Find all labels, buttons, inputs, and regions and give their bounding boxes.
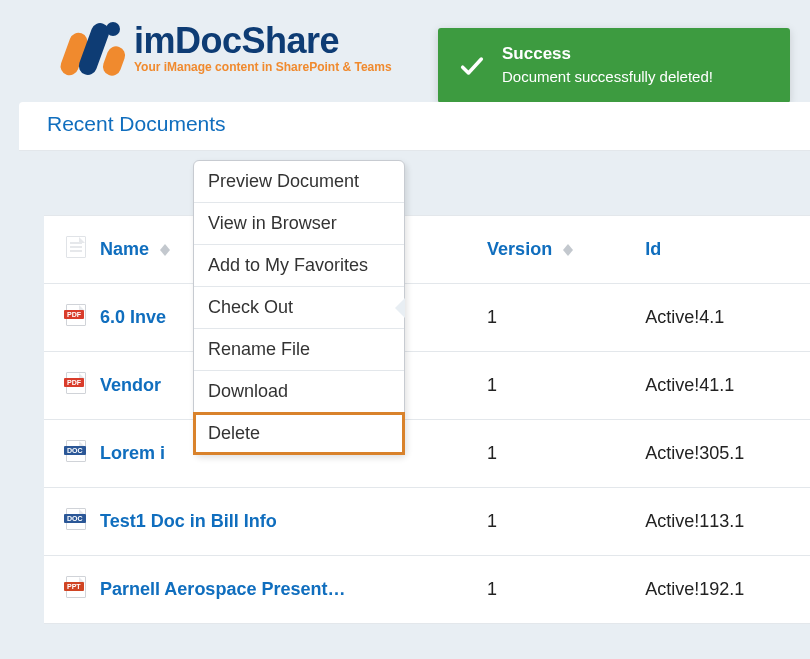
file-name-link[interactable]: Lorem i: [100, 443, 165, 463]
toast-message: Document successfully deleted!: [502, 68, 772, 85]
svg-marker-1: [160, 250, 170, 256]
file-type-cell: PPT: [44, 556, 88, 624]
table-row[interactable]: PPTParnell Aerospace Present…1Active!192…: [44, 556, 810, 624]
file-type-cell: PDF: [44, 352, 88, 420]
pdf-file-icon: PDF: [66, 304, 86, 326]
file-name-link[interactable]: 6.0 Inve: [100, 307, 166, 327]
table-row[interactable]: PDF6.0 Inve1Active!4.1: [44, 284, 810, 352]
file-name-cell: Test1 Doc in Bill Info: [88, 488, 475, 556]
file-version-cell: 1: [475, 488, 633, 556]
logo-tagline: Your iManage content in SharePoint & Tea…: [134, 61, 392, 73]
context-menu-item[interactable]: Preview Document: [194, 161, 404, 203]
success-toast: Success Document successfully deleted!: [438, 28, 790, 103]
table-row[interactable]: DOCTest1 Doc in Bill Info1Active!113.1: [44, 488, 810, 556]
column-header-id[interactable]: Id: [633, 216, 810, 284]
column-header-icon: [44, 216, 88, 284]
svg-marker-3: [563, 250, 573, 256]
file-id-cell: Active!192.1: [633, 556, 810, 624]
checkmark-icon: [458, 52, 486, 80]
pdf-file-icon: PDF: [66, 372, 86, 394]
section-header: Recent Documents: [19, 102, 810, 151]
documents-table: Name Version Id PDF6.0: [44, 215, 810, 624]
file-name-link[interactable]: Parnell Aerospace Present…: [100, 579, 345, 599]
file-id-cell: Active!41.1: [633, 352, 810, 420]
file-name-link[interactable]: Vendor: [100, 375, 161, 395]
doc-file-icon: DOC: [66, 440, 86, 462]
file-version-cell: 1: [475, 420, 633, 488]
file-name-link[interactable]: Test1 Doc in Bill Info: [100, 511, 277, 531]
toast-title: Success: [502, 44, 772, 64]
file-id-cell: Active!305.1: [633, 420, 810, 488]
file-type-cell: DOC: [44, 420, 88, 488]
table-row[interactable]: PDFVendor1Active!41.1: [44, 352, 810, 420]
file-version-cell: 1: [475, 284, 633, 352]
file-id-cell: Active!113.1: [633, 488, 810, 556]
context-menu-item[interactable]: Delete: [194, 413, 404, 454]
ppt-file-icon: PPT: [66, 576, 86, 598]
column-header-name-label: Name: [100, 239, 149, 259]
section-title: Recent Documents: [47, 112, 782, 136]
column-header-id-label: Id: [645, 239, 661, 259]
file-id-cell: Active!4.1: [633, 284, 810, 352]
context-menu-item[interactable]: View in Browser: [194, 203, 404, 245]
column-header-version-label: Version: [487, 239, 552, 259]
column-header-version[interactable]: Version: [475, 216, 633, 284]
context-menu-item[interactable]: Download: [194, 371, 404, 413]
logo-brand-text: imDocShare: [134, 23, 392, 59]
context-menu-item[interactable]: Add to My Favorites: [194, 245, 404, 287]
context-menu: Preview DocumentView in BrowserAdd to My…: [193, 160, 405, 455]
file-generic-icon: [66, 236, 86, 258]
file-name-cell: Parnell Aerospace Present…: [88, 556, 475, 624]
context-menu-item[interactable]: Check Out: [194, 287, 404, 329]
file-version-cell: 1: [475, 352, 633, 420]
logo-mark-icon: [52, 18, 124, 78]
doc-file-icon: DOC: [66, 508, 86, 530]
sort-icon[interactable]: [563, 244, 573, 256]
sort-icon[interactable]: [160, 244, 170, 256]
context-menu-item[interactable]: Rename File: [194, 329, 404, 371]
file-type-cell: DOC: [44, 488, 88, 556]
file-version-cell: 1: [475, 556, 633, 624]
file-type-cell: PDF: [44, 284, 88, 352]
app-logo: imDocShare Your iManage content in Share…: [52, 18, 392, 78]
table-row[interactable]: DOCLorem i1Active!305.1: [44, 420, 810, 488]
